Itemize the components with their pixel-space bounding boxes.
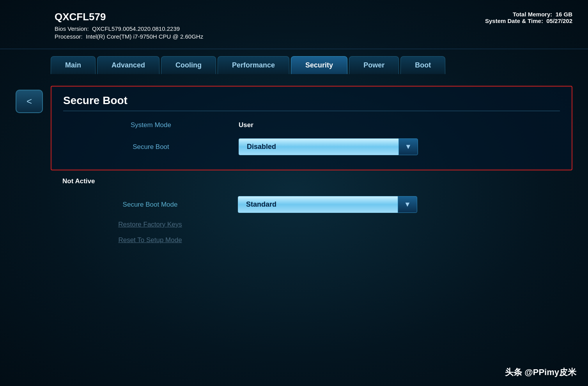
header-left: QXCFL579 Bios Version: QXCFL579.0054.202… xyxy=(55,11,203,41)
back-button[interactable]: < xyxy=(16,90,43,113)
tab-main[interactable]: Main xyxy=(51,56,96,74)
secure-boot-label: Secure Boot xyxy=(63,143,239,151)
datetime-label: System Date & Time: xyxy=(485,18,543,24)
below-section: Not Active Secure Boot Mode Standard ▼ R… xyxy=(51,170,572,255)
tab-advanced[interactable]: Advanced xyxy=(97,56,159,74)
tab-performance[interactable]: Performance xyxy=(218,56,289,74)
secure-boot-mode-label: Secure Boot Mode xyxy=(62,201,238,209)
content-area: < Secure Boot System Mode User Secure Bo… xyxy=(0,74,588,386)
back-icon: < xyxy=(27,96,32,107)
tab-power[interactable]: Power xyxy=(349,56,399,74)
system-mode-label: System Mode xyxy=(63,121,239,129)
reset-setup-mode-row: Reset To Setup Mode xyxy=(62,232,561,248)
secure-boot-dropdown[interactable]: Disabled ▼ xyxy=(239,138,418,155)
not-active-label: Not Active xyxy=(62,177,561,185)
secure-boot-section: Secure Boot System Mode User Secure Boot… xyxy=(51,86,572,170)
processor-row: Processor: Intel(R) Core(TM) i7-9750H CP… xyxy=(55,33,203,40)
bios-version-value: QXCFL579.0054.2020.0810.2239 xyxy=(92,25,180,32)
secure-boot-mode-value[interactable]: Standard xyxy=(238,196,398,213)
secure-boot-mode-dropdown[interactable]: Standard ▼ xyxy=(238,196,417,213)
chevron-down-icon-2: ▼ xyxy=(404,200,411,209)
system-mode-value: User xyxy=(239,121,560,129)
bios-header: QXCFL579 Bios Version: QXCFL579.0054.202… xyxy=(0,0,588,49)
tab-cooling[interactable]: Cooling xyxy=(161,56,216,74)
memory-value: 16 GB xyxy=(556,11,572,18)
bios-version-label: Bios Version: xyxy=(55,25,89,32)
tab-boot[interactable]: Boot xyxy=(400,56,445,74)
secure-boot-mode-row: Secure Boot Mode Standard ▼ xyxy=(62,192,561,217)
chevron-down-icon: ▼ xyxy=(405,143,412,151)
bios-version-row: Bios Version: QXCFL579.0054.2020.0810.22… xyxy=(55,25,203,32)
processor-label: Processor: xyxy=(55,33,83,40)
secure-boot-dropdown-btn[interactable]: ▼ xyxy=(398,138,418,155)
restore-factory-keys-label[interactable]: Restore Factory Keys xyxy=(62,221,238,228)
memory-row: Total Memory: 16 GB xyxy=(485,11,572,18)
tab-security[interactable]: Security xyxy=(291,56,347,74)
secure-boot-row: Secure Boot Disabled ▼ xyxy=(63,134,560,160)
nav-tabs: Main Advanced Cooling Performance Securi… xyxy=(0,49,588,74)
secure-boot-value[interactable]: Disabled xyxy=(239,138,398,155)
reset-setup-mode-label[interactable]: Reset To Setup Mode xyxy=(62,236,238,244)
datetime-row: System Date & Time: 05/27/202 xyxy=(485,18,572,24)
main-panel: Secure Boot System Mode User Secure Boot… xyxy=(51,86,572,380)
secure-boot-mode-dropdown-btn[interactable]: ▼ xyxy=(398,196,417,213)
header-right: Total Memory: 16 GB System Date & Time: … xyxy=(485,11,572,24)
datetime-value: 05/27/202 xyxy=(546,18,572,24)
watermark: 头条 @PPimy皮米 xyxy=(505,367,576,378)
memory-label: Total Memory: xyxy=(513,11,552,18)
system-mode-row: System Mode User xyxy=(63,117,560,134)
processor-value: Intel(R) Core(TM) i7-9750H CPU @ 2.60GHz xyxy=(86,33,203,40)
secure-boot-title: Secure Boot xyxy=(63,94,560,111)
restore-factory-keys-row: Restore Factory Keys xyxy=(62,217,561,232)
bios-name: QXCFL579 xyxy=(55,11,203,23)
